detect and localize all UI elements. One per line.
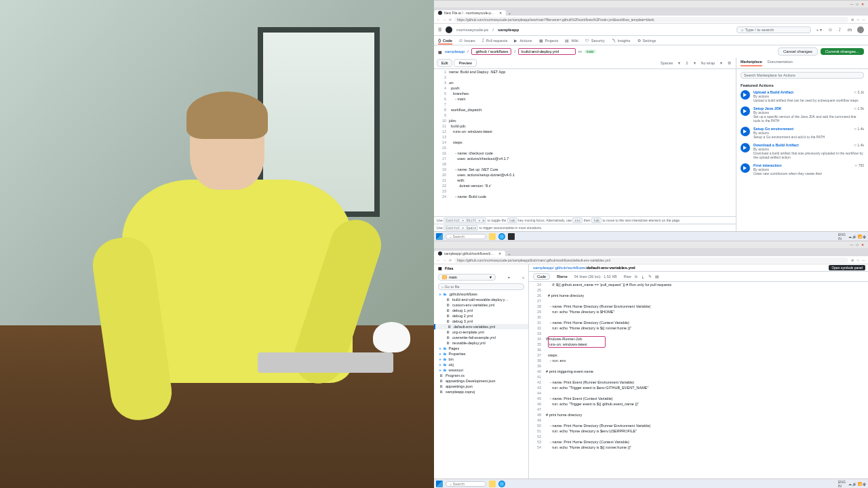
file-explorer-icon[interactable] — [489, 481, 496, 487]
start-button[interactable] — [436, 233, 443, 240]
branch-selector[interactable]: 🔀main▾ — [438, 274, 496, 281]
cancel-button[interactable]: Cancel changes — [778, 47, 818, 56]
marketplace-tab[interactable]: Marketplace — [741, 60, 762, 66]
notifications-icon[interactable]: 🗃 — [846, 28, 853, 32]
marketplace-item[interactable]: Upload a Build Artifact☆ 3.1kBy actionsU… — [736, 88, 868, 104]
back-button[interactable]: ← — [437, 18, 440, 22]
tree-item[interactable]: 🗎 overwrite-fail-example.yml — [434, 335, 528, 340]
tree-item[interactable]: 🗎 custom-env-variables.yml — [434, 302, 528, 308]
window-close[interactable]: ✕ — [860, 2, 865, 6]
wrap-mode[interactable]: No wrap — [699, 61, 717, 65]
star-icon[interactable]: ☆ — [856, 258, 859, 262]
marketplace-item[interactable]: First interaction☆ 750By actionsGreet ne… — [736, 161, 868, 178]
tree-item[interactable]: ▸ 🖿 bin — [434, 357, 528, 362]
documentation-tab[interactable]: Documentation — [768, 60, 793, 66]
add-file-icon[interactable]: + — [508, 275, 510, 279]
breadcrumb-folder[interactable]: workflows — [568, 266, 585, 270]
tab-security[interactable]: 🛡 Security — [585, 39, 605, 43]
address-input[interactable]: https://github.com/morrisseycode-ps/samp… — [454, 258, 848, 263]
file-explorer-icon[interactable] — [489, 233, 496, 240]
star-icon[interactable]: ☆ — [856, 18, 859, 22]
preview-tab[interactable]: Preview — [454, 59, 477, 67]
tree-item[interactable]: 🗎 debug 1.yml — [434, 308, 528, 313]
blame-tab[interactable]: Blame — [553, 274, 571, 279]
forward-button[interactable]: → — [443, 18, 446, 22]
tree-item[interactable]: ▸ 🖿 Properties — [434, 351, 528, 357]
tree-item[interactable]: 🗎 debug 3.yml — [434, 319, 528, 324]
avatar[interactable] — [857, 26, 864, 33]
marketplace-item[interactable]: Setup Go environment☆ 1.4kBy actionsSetu… — [736, 125, 868, 141]
tree-item[interactable]: ▸ 🖿 obj — [434, 362, 528, 367]
edit-tab[interactable]: Edit — [437, 59, 452, 67]
tree-item[interactable]: ▸ 🖿 .github/workflows — [434, 291, 528, 297]
tree-item[interactable]: 🗎 debug 2.yml — [434, 313, 528, 319]
tab-issues[interactable]: ⊙ Issues — [459, 39, 475, 43]
window-maximize[interactable]: □ — [854, 243, 860, 247]
hamburger-icon[interactable]: ☰ — [438, 27, 441, 32]
indent-mode[interactable]: Spaces — [658, 61, 675, 65]
download-icon[interactable]: ⭳ — [641, 274, 645, 279]
forward-button[interactable]: → — [443, 258, 446, 262]
symbols-icon[interactable]: ▤ — [655, 274, 659, 279]
window-minimize[interactable]: — — [849, 2, 854, 6]
filename-input[interactable] — [518, 48, 576, 55]
github-logo-icon[interactable] — [446, 26, 452, 33]
address-input[interactable]: https://github.com/morrisseycode-ps/samp… — [454, 17, 848, 22]
tab-code[interactable]: ⟨⟩ Code — [438, 39, 452, 43]
breadcrumb-folder[interactable]: .github — [554, 266, 566, 270]
code-editor[interactable]: 123456789101112131415161718192021222324 … — [434, 69, 736, 216]
window-close[interactable]: ✕ — [860, 243, 865, 247]
edge-icon[interactable] — [498, 481, 505, 487]
tree-item[interactable]: 🗎 Program.cs — [434, 373, 528, 378]
indent-size[interactable]: 2 — [684, 61, 690, 65]
breadcrumb-repo[interactable]: sampleapp — [533, 266, 553, 270]
tree-item[interactable]: 🗎 sampleapp.csproj — [434, 389, 528, 394]
extensions-icon[interactable]: ⊞ — [851, 258, 854, 262]
breadcrumb-path[interactable]: .github / workflows — [471, 48, 511, 55]
tree-item[interactable]: 🗎 org-ci-template.yml — [434, 329, 528, 335]
browser-tab[interactable]: New File at / · morrisseycode-p…✕ — [434, 10, 506, 16]
taskbar-search[interactable]: ⌕ Search — [446, 481, 486, 487]
tree-item[interactable]: 🗎 appsettings.json — [434, 384, 528, 389]
repo-name-link[interactable]: sampleapp — [498, 28, 519, 32]
go-to-file-input[interactable]: ⌕ Go to file — [438, 283, 524, 290]
tree-item[interactable]: 🗎 default-env-variables.yml — [434, 324, 528, 329]
commit-button[interactable]: Commit changes... — [821, 48, 864, 55]
browser-tab[interactable]: sampleapp/.github/workflows/d…✕ — [434, 251, 505, 256]
refresh-button[interactable]: ⟳ — [449, 258, 452, 262]
copy-icon[interactable]: ⧉ — [635, 274, 637, 279]
terminal-icon[interactable] — [508, 233, 515, 240]
create-button[interactable]: + ▾ — [815, 27, 823, 32]
menu-icon[interactable]: ⋯ — [862, 258, 865, 262]
tab-pulls[interactable]: ⤴ Pull requests — [482, 39, 508, 43]
taskbar-search[interactable]: ⌕ Search — [446, 234, 486, 239]
back-button[interactable]: ← — [437, 258, 440, 262]
tab-settings[interactable]: ⚙ Settings — [637, 39, 656, 43]
language-indicator[interactable]: ENGIN — [838, 232, 846, 241]
settings-icon[interactable]: ⚙ — [726, 61, 733, 65]
refresh-button[interactable]: ⟳ — [449, 18, 452, 22]
raw-button[interactable]: Raw — [624, 274, 631, 279]
start-button[interactable] — [436, 481, 443, 487]
tab-actions[interactable]: ▶ Actions — [514, 39, 532, 43]
tree-item[interactable]: 🗎 build-and-call-reusable-deploy.y… — [434, 297, 528, 302]
extensions-icon[interactable]: ⊞ — [851, 18, 854, 22]
window-maximize[interactable]: □ — [854, 2, 860, 6]
search-icon[interactable]: ⌕ — [522, 275, 524, 279]
system-tray[interactable]: ☁ 🔊 📶 ⏻ — [848, 482, 866, 486]
tree-item[interactable]: ▸ 🖿 wwwroot — [434, 367, 528, 373]
github-search-input[interactable]: ⌕ Type / to search — [736, 26, 811, 33]
tree-item[interactable]: 🗎 appsettings.Development.json — [434, 378, 528, 384]
window-minimize[interactable]: — — [849, 243, 854, 247]
code-viewer[interactable]: 2425262728293031323334353637383940414243… — [529, 282, 868, 479]
tree-item[interactable]: ▸ 🖿 Pages — [434, 346, 528, 351]
marketplace-search[interactable]: Search Marketplace for Actions — [741, 72, 864, 79]
edge-icon[interactable] — [498, 233, 505, 240]
tab-wiki[interactable]: ▤ Wiki — [565, 39, 578, 43]
issues-icon[interactable]: ⊙ — [827, 27, 833, 32]
system-tray[interactable]: ☁ 🔊 📶 ⏻ — [848, 235, 866, 239]
code-tab[interactable]: Code — [533, 273, 550, 280]
edit-icon[interactable]: ✎ — [648, 274, 652, 279]
tab-projects[interactable]: ▦ Projects — [539, 39, 559, 43]
marketplace-item[interactable]: Setup Java JDK☆ 1.5kBy actionsSet up a s… — [736, 104, 868, 125]
